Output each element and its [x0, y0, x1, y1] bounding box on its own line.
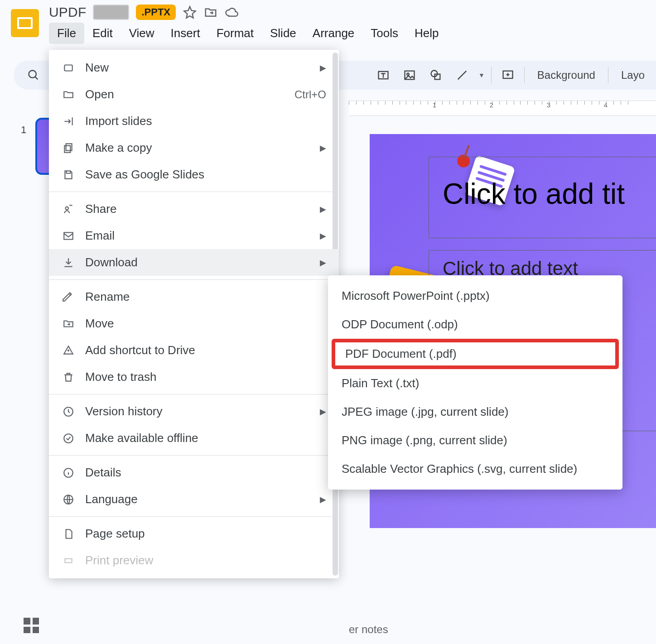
cloud-status-icon[interactable]: [225, 5, 238, 19]
email-icon: [62, 229, 75, 243]
download-txt[interactable]: Plain Text (.txt): [328, 369, 622, 398]
chevron-right-icon: ▶: [320, 63, 326, 73]
file-import-slides[interactable]: Import slides: [49, 108, 339, 135]
chevron-right-icon: ▶: [320, 204, 326, 214]
textbox-icon[interactable]: [373, 65, 393, 85]
chevron-right-icon: ▶: [320, 258, 326, 268]
file-email-label: Email: [85, 229, 310, 243]
download-odp[interactable]: ODP Document (.odp): [328, 310, 622, 339]
file-makecopy-label: Make a copy: [85, 141, 310, 155]
chevron-right-icon: ▶: [320, 495, 326, 505]
menu-file[interactable]: File: [49, 23, 84, 44]
file-open-label: Open: [85, 87, 285, 101]
menu-insert[interactable]: Insert: [163, 23, 208, 44]
file-email[interactable]: Email ▶: [49, 222, 339, 249]
menu-separator: [49, 516, 339, 517]
save-icon: [62, 168, 75, 182]
menu-arrange[interactable]: Arrange: [304, 23, 363, 44]
share-icon: [62, 202, 75, 216]
svg-rect-8: [66, 144, 72, 150]
download-submenu: Microsoft PowerPoint (.pptx) ODP Documen…: [328, 275, 622, 490]
file-download-label: Download: [85, 255, 310, 269]
line-icon[interactable]: [452, 65, 472, 85]
doc-title[interactable]: UPDF: [49, 5, 86, 20]
file-share-label: Share: [85, 202, 310, 216]
file-saveas-label: Save as Google Slides: [85, 168, 326, 182]
offline-icon: [62, 432, 75, 445]
download-svg[interactable]: Scalable Vector Graphics (.svg, current …: [328, 455, 622, 483]
menu-slide[interactable]: Slide: [262, 23, 304, 44]
download-png[interactable]: PNG image (.png, current slide): [328, 426, 622, 455]
menu-view[interactable]: View: [121, 23, 163, 44]
image-icon[interactable]: [400, 65, 420, 85]
file-trash-label: Move to trash: [85, 370, 326, 384]
file-make-copy[interactable]: Make a copy ▶: [49, 135, 339, 161]
menu-separator: [49, 394, 339, 394]
toolbar-layout-button[interactable]: Layo: [615, 69, 651, 82]
svg-point-0: [29, 71, 36, 78]
menu-separator: [49, 279, 339, 280]
file-save-as-slides[interactable]: Save as Google Slides: [49, 161, 339, 188]
file-download[interactable]: Download ▶: [49, 249, 339, 276]
folder-icon: [62, 88, 75, 101]
comment-icon[interactable]: [498, 65, 518, 85]
speaker-notes-hint[interactable]: er notes: [349, 623, 656, 636]
file-version-label: Version history: [85, 404, 310, 418]
toolbar-background-button[interactable]: Background: [531, 69, 602, 82]
menu-format[interactable]: Format: [208, 23, 262, 44]
download-pptx[interactable]: Microsoft PowerPoint (.pptx): [328, 282, 622, 310]
download-jpeg[interactable]: JPEG image (.jpg, current slide): [328, 398, 622, 426]
slide-number: 1: [21, 124, 26, 136]
grid-view-icon[interactable]: [24, 618, 39, 633]
file-add-shortcut[interactable]: Add shortcut to Drive: [49, 337, 339, 364]
file-move[interactable]: Move: [49, 310, 339, 337]
menu-edit[interactable]: Edit: [84, 23, 121, 44]
history-icon: [62, 405, 75, 418]
info-icon: [62, 466, 75, 480]
ruler-tick: 3: [520, 101, 577, 109]
print-preview-icon: [62, 554, 75, 567]
file-offline-label: Make available offline: [85, 431, 326, 445]
file-shortcut-label: Add shortcut to Drive: [85, 343, 326, 357]
file-page-setup[interactable]: Page setup: [49, 520, 339, 547]
file-trash[interactable]: Move to trash: [49, 364, 339, 390]
trash-icon: [62, 370, 75, 384]
file-new[interactable]: New ▶: [49, 54, 339, 81]
file-open[interactable]: Open Ctrl+O: [49, 81, 339, 108]
search-icon[interactable]: [24, 65, 43, 85]
ruler-tick: 2: [463, 101, 520, 109]
shape-icon[interactable]: [426, 65, 446, 85]
file-offline[interactable]: Make available offline: [49, 425, 339, 452]
page-setup-icon: [62, 527, 75, 541]
file-pagesetup-label: Page setup: [85, 527, 326, 541]
file-print-preview[interactable]: Print preview: [49, 547, 339, 574]
file-menu-dropdown: New ▶ Open Ctrl+O Import slides Make a c…: [49, 50, 339, 578]
star-icon[interactable]: [183, 5, 197, 19]
file-details[interactable]: Details: [49, 459, 339, 486]
svg-rect-7: [64, 65, 72, 71]
file-new-label: New: [85, 61, 310, 75]
file-language-label: Language: [85, 492, 310, 506]
move-to-folder-icon[interactable]: [204, 5, 217, 19]
chevron-right-icon: ▶: [320, 231, 326, 241]
slide-title-placeholder[interactable]: Click to add tit: [429, 157, 656, 238]
download-pdf[interactable]: PDF Document (.pdf): [332, 339, 619, 369]
slides-logo[interactable]: [11, 9, 39, 37]
file-printpreview-label: Print preview: [85, 553, 326, 567]
file-language[interactable]: Language ▶: [49, 486, 339, 513]
file-open-shortcut: Ctrl+O: [294, 88, 326, 101]
copy-icon: [62, 141, 75, 155]
redacted-title-part: [93, 5, 129, 19]
menu-tools[interactable]: Tools: [362, 23, 406, 44]
file-rename[interactable]: Rename: [49, 284, 339, 310]
new-icon: [62, 61, 75, 75]
ruler-tick: 1: [406, 101, 463, 109]
chevron-right-icon: ▶: [320, 407, 326, 417]
horizontal-ruler: 1 2 3 4: [349, 101, 656, 116]
menu-help[interactable]: Help: [406, 23, 447, 44]
pptx-badge: .PPTX: [136, 5, 176, 20]
svg-rect-16: [65, 558, 72, 562]
file-share[interactable]: Share ▶: [49, 196, 339, 222]
file-version-history[interactable]: Version history ▶: [49, 398, 339, 425]
menu-bar: File Edit View Insert Format Slide Arran…: [49, 23, 447, 44]
